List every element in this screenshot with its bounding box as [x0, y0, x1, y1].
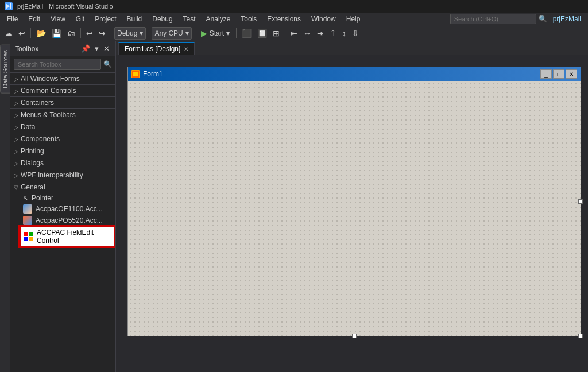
- toolbar-align-middle[interactable]: ↕: [340, 28, 349, 39]
- tab-label: Form1.cs [Design]: [125, 45, 180, 53]
- svg-rect-3: [29, 232, 33, 236]
- data-sources-tab[interactable]: Data Sources: [0, 45, 10, 94]
- main-area: Data Sources Toolbox 📌 ▾ ✕ 🔍 ▷ All Windo…: [0, 41, 588, 372]
- menu-search-input[interactable]: [450, 14, 536, 24]
- expand-icon-components: ▷: [14, 136, 18, 142]
- expand-icon-containers: ▷: [14, 100, 18, 106]
- toolbox-items: ▷ All Windows Forms ▷ Common Controls ▷ …: [10, 73, 115, 372]
- toolbox-section-header-printing[interactable]: ▷ Printing: [10, 145, 115, 157]
- form-resize-bottom-handle[interactable]: [352, 334, 357, 338]
- menu-git[interactable]: Git: [71, 14, 89, 24]
- form-maximize-btn[interactable]: □: [553, 69, 564, 79]
- design-area: Form1.cs [Design] ✕ Form1: [116, 41, 588, 372]
- toolbox-item-accpac-fieldedit[interactable]: ACCPAC FieldEdit Control: [20, 226, 115, 247]
- toolbox-section-header-common[interactable]: ▷ Common Controls: [10, 85, 115, 96]
- section-label-menus: Menus & Toolbars: [21, 111, 76, 119]
- toolbar-save-all-btn[interactable]: 🗂: [65, 28, 78, 39]
- toolbox-section-header-containers[interactable]: ▷ Containers: [10, 97, 115, 108]
- menu-extensions[interactable]: Extensions: [262, 14, 305, 24]
- form-icon: [131, 70, 140, 78]
- section-label-dialogs: Dialogs: [21, 159, 44, 167]
- toolbar-btn5[interactable]: ⬛: [239, 28, 254, 39]
- form-controls: _ □ ✕: [540, 69, 577, 79]
- menu-file[interactable]: File: [2, 14, 22, 24]
- menu-window[interactable]: Window: [307, 14, 341, 24]
- toolbar-align-right[interactable]: ⇥: [315, 28, 326, 39]
- toolbar-forward-btn[interactable]: ↩: [16, 28, 28, 39]
- menu-search-area: 🔍: [450, 14, 547, 24]
- menu-view[interactable]: View: [46, 14, 70, 24]
- dropdown-icon[interactable]: ▾: [94, 44, 100, 53]
- toolbar: ☁ ↩ 📂 💾 🗂 ↩ ↪ Debug ▾ Any CPU ▾ ▶ Start …: [0, 25, 588, 41]
- toolbar-align-left[interactable]: ⇤: [288, 28, 300, 39]
- cpu-dropdown[interactable]: Any CPU ▾: [152, 27, 191, 40]
- toolbox-search: 🔍: [10, 56, 115, 73]
- toolbox-item-accpac-fieldedit-label: ACCPAC FieldEdit Control: [37, 228, 111, 245]
- toolbox-search-input[interactable]: [14, 59, 101, 70]
- toolbox-section-header-menus[interactable]: ▷ Menus & Toolbars: [10, 109, 115, 121]
- menu-project[interactable]: Project: [90, 14, 121, 24]
- menu-debug[interactable]: Debug: [148, 14, 177, 24]
- toolbox-item-accpac-oe-label: AccpacOE1100.Acc...: [36, 205, 103, 213]
- toolbox-section-printing: ▷ Printing: [10, 145, 115, 157]
- toolbox-item-accpac-po[interactable]: AccpacPO5520.Acc...: [20, 215, 115, 226]
- close-icon[interactable]: ✕: [102, 44, 111, 53]
- toolbox-section-header-general[interactable]: ▽ General: [10, 181, 115, 193]
- menu-analyze[interactable]: Analyze: [202, 14, 235, 24]
- title-bar: prjEzMail - Microsoft Visual Studio: [0, 0, 588, 13]
- project-name: prjEzMail: [548, 15, 586, 23]
- form-title-bar: Form1 _ □ ✕: [128, 67, 581, 81]
- toolbar-align-top[interactable]: ⇧: [327, 28, 339, 39]
- form-resize-right-handle[interactable]: [578, 199, 583, 204]
- expand-icon-printing: ▷: [14, 148, 18, 154]
- design-canvas-area[interactable]: Form1 _ □ ✕: [116, 55, 588, 372]
- expand-icon-data: ▷: [14, 124, 18, 130]
- tab-form1-design[interactable]: Form1.cs [Design] ✕: [118, 42, 195, 55]
- menu-bar: File Edit View Git Project Build Debug T…: [0, 13, 588, 25]
- svg-rect-5: [29, 237, 33, 241]
- toolbar-open-btn[interactable]: 📂: [34, 28, 48, 39]
- tab-close-icon[interactable]: ✕: [184, 46, 188, 52]
- toolbox-item-accpac-po-label: AccpacPO5520.Acc...: [36, 216, 103, 224]
- toolbox-section-header-all[interactable]: ▷ All Windows Forms: [10, 73, 115, 84]
- form-close-btn[interactable]: ✕: [566, 69, 577, 79]
- start-dropdown-arrow: ▾: [226, 29, 230, 37]
- toolbar-undo-btn[interactable]: ↩: [84, 28, 95, 39]
- toolbox-section-header-data[interactable]: ▷ Data: [10, 121, 115, 133]
- menu-tools[interactable]: Tools: [236, 14, 261, 24]
- accpac-po-icon: [23, 216, 32, 225]
- toolbox-section-header-wpf[interactable]: ▷ WPF Interoperability: [10, 169, 115, 181]
- pin-icon[interactable]: 📌: [80, 44, 91, 53]
- debug-dropdown[interactable]: Debug ▾: [114, 27, 146, 40]
- toolbox-section-menus: ▷ Menus & Toolbars: [10, 109, 115, 121]
- menu-edit[interactable]: Edit: [24, 14, 45, 24]
- accpac-oe-icon: [23, 204, 32, 214]
- toolbox-section-all-windows-forms: ▷ All Windows Forms: [10, 73, 115, 85]
- toolbox-section-header-dialogs[interactable]: ▷ Dialogs: [10, 157, 115, 169]
- toolbar-sep-2: [80, 28, 81, 38]
- expand-icon-common: ▷: [14, 88, 18, 94]
- vs-icon: [5, 2, 13, 10]
- toolbox-section-header-components[interactable]: ▷ Components: [10, 133, 115, 145]
- accpac-fieldedit-icon: [24, 232, 33, 241]
- menu-build[interactable]: Build: [122, 14, 147, 24]
- toolbar-back-btn[interactable]: ☁: [2, 28, 15, 39]
- form-resize-corner-handle[interactable]: [578, 334, 583, 338]
- title-bar-text: prjEzMail - Microsoft Visual Studio: [17, 3, 113, 10]
- toolbox-item-pointer[interactable]: ↖ Pointer: [20, 193, 115, 203]
- toolbar-save-btn[interactable]: 💾: [49, 28, 64, 39]
- toolbox-section-common: ▷ Common Controls: [10, 85, 115, 97]
- toolbar-btn7[interactable]: ⊞: [270, 28, 282, 39]
- toolbar-align-center[interactable]: ↔: [301, 28, 314, 39]
- form-minimize-btn[interactable]: _: [540, 69, 552, 79]
- toolbar-redo-btn[interactable]: ↪: [96, 28, 108, 39]
- menu-test[interactable]: Test: [179, 14, 200, 24]
- toolbox-section-wpf: ▷ WPF Interoperability: [10, 169, 115, 181]
- toolbar-align-bottom[interactable]: ⇩: [350, 28, 361, 39]
- menu-help[interactable]: Help: [342, 14, 365, 24]
- toolbar-btn6[interactable]: 🔲: [255, 28, 269, 39]
- cpu-label: Any CPU: [154, 29, 183, 37]
- svg-rect-2: [24, 232, 28, 236]
- start-button[interactable]: ▶ Start ▾: [198, 28, 233, 39]
- toolbox-item-accpac-oe[interactable]: AccpacOE1100.Acc...: [20, 203, 115, 215]
